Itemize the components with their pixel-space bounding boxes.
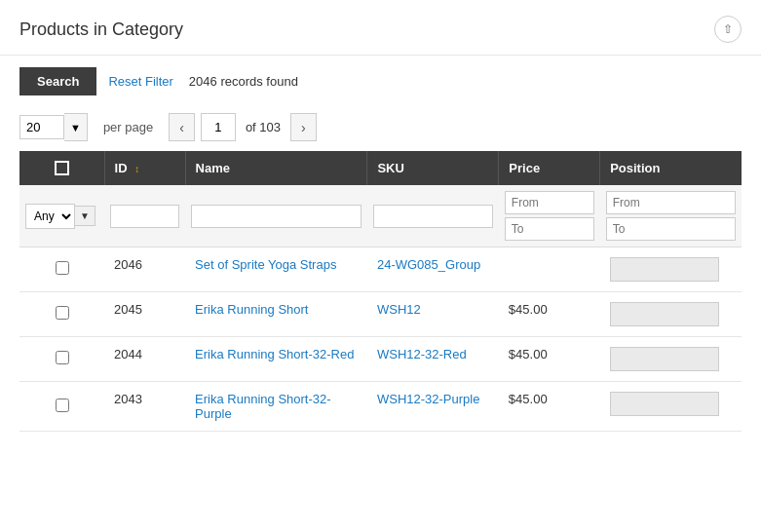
- prev-page-button[interactable]: ‹: [169, 113, 195, 141]
- per-page-wrap: ▼: [19, 113, 88, 141]
- row-checkbox-1[interactable]: [56, 306, 69, 320]
- row-sku-link-2[interactable]: WSH12-32-Red: [377, 347, 467, 361]
- filter-sku-input[interactable]: [373, 205, 493, 228]
- page-title: Products in Category: [19, 19, 183, 40]
- filter-price-to-input[interactable]: [505, 217, 594, 241]
- row-id-2: 2044: [104, 337, 185, 382]
- row-sku-0: 24-WG085_Group: [367, 247, 499, 292]
- per-page-dropdown-button[interactable]: ▼: [64, 113, 88, 141]
- table-row: 2044 Erika Running Short-32-Red WSH12-32…: [19, 337, 742, 382]
- row-sku-link-0[interactable]: 24-WG085_Group: [377, 257, 480, 272]
- filter-position-from-input[interactable]: [606, 191, 736, 214]
- page-header: Products in Category ⇧: [0, 0, 761, 56]
- row-id-3: 2043: [104, 382, 185, 432]
- table-row: 2046 Set of Sprite Yoga Straps 24-WG085_…: [19, 247, 742, 292]
- row-price-1: $45.00: [499, 292, 600, 337]
- current-page-input[interactable]: [201, 113, 236, 141]
- row-name-0: Set of Sprite Yoga Straps: [185, 247, 367, 292]
- row-checkbox-3[interactable]: [56, 399, 69, 412]
- filter-cell-check: Any ▼: [19, 185, 104, 247]
- per-page-input[interactable]: [19, 115, 64, 139]
- row-check-cell-2: [19, 337, 104, 382]
- row-position-cell-3: [600, 382, 742, 432]
- filter-name-input[interactable]: [191, 205, 361, 228]
- row-position-cell-2: [600, 337, 742, 382]
- filter-cell-sku: [367, 185, 499, 247]
- filter-cell-position: [600, 185, 742, 247]
- row-name-link-1[interactable]: Erika Running Short: [195, 302, 308, 317]
- row-check-cell-3: [19, 382, 104, 432]
- row-name-link-2[interactable]: Erika Running Short-32-Red: [195, 347, 354, 361]
- table-row: 2043 Erika Running Short-32-Purple WSH12…: [19, 382, 742, 432]
- col-header-check: [19, 151, 104, 185]
- col-header-id[interactable]: ID ↕: [104, 151, 185, 185]
- row-sku-link-3[interactable]: WSH12-32-Purple: [377, 392, 480, 406]
- select-all-checkbox[interactable]: [55, 161, 69, 175]
- col-header-position: Position: [600, 151, 742, 185]
- table-row: 2045 Erika Running Short WSH12 $45.00: [19, 292, 742, 337]
- row-name-2: Erika Running Short-32-Red: [185, 337, 367, 382]
- row-id-1: 2045: [104, 292, 185, 337]
- row-name-link-3[interactable]: Erika Running Short-32-Purple: [195, 392, 330, 421]
- filter-id-input[interactable]: [110, 205, 179, 228]
- row-checkbox-0[interactable]: [56, 261, 69, 275]
- toolbar: Search Reset Filter 2046 records found: [0, 56, 761, 107]
- records-found-label: 2046 records found: [189, 74, 298, 89]
- reset-filter-button[interactable]: Reset Filter: [108, 74, 172, 89]
- next-page-button[interactable]: ›: [290, 113, 317, 141]
- products-table-container: ID ↕ Name SKU Price Position Any ▼: [0, 151, 761, 432]
- filter-any-select[interactable]: Any: [25, 204, 75, 229]
- sort-icon: ↕: [134, 164, 139, 174]
- row-id-0: 2046: [104, 247, 185, 292]
- row-price-0: [499, 247, 600, 292]
- products-table: ID ↕ Name SKU Price Position Any ▼: [19, 151, 742, 432]
- filter-cell-name: [185, 185, 367, 247]
- row-sku-link-1[interactable]: WSH12: [377, 302, 421, 317]
- row-position-input-2[interactable]: [610, 347, 720, 371]
- row-price-2: $45.00: [499, 337, 600, 382]
- row-price-3: $45.00: [499, 382, 600, 432]
- col-header-price: Price: [499, 151, 600, 185]
- filter-price-from-input[interactable]: [505, 191, 594, 214]
- row-checkbox-2[interactable]: [56, 351, 69, 364]
- filter-cell-price: [499, 185, 600, 247]
- row-sku-1: WSH12: [367, 292, 499, 337]
- row-position-input-3[interactable]: [610, 392, 720, 416]
- row-position-input-1[interactable]: [610, 302, 720, 326]
- row-sku-2: WSH12-32-Red: [367, 337, 499, 382]
- row-sku-3: WSH12-32-Purple: [367, 382, 499, 432]
- row-position-input-0[interactable]: [610, 257, 720, 282]
- row-check-cell-1: [19, 292, 104, 337]
- filter-row: Any ▼: [19, 185, 742, 247]
- filter-position-to-input[interactable]: [606, 217, 736, 241]
- row-name-1: Erika Running Short: [185, 292, 367, 337]
- per-page-label: per page: [103, 120, 153, 134]
- row-position-cell-1: [600, 292, 742, 337]
- col-header-name: Name: [185, 151, 367, 185]
- row-position-cell-0: [600, 247, 742, 292]
- search-button[interactable]: Search: [19, 67, 96, 95]
- table-header-row: ID ↕ Name SKU Price Position: [19, 151, 742, 185]
- filter-cell-id: [104, 185, 185, 247]
- row-check-cell-0: [19, 247, 104, 292]
- collapse-button[interactable]: ⇧: [714, 16, 742, 43]
- total-pages-label: of 103: [246, 120, 281, 134]
- row-name-link-0[interactable]: Set of Sprite Yoga Straps: [195, 257, 336, 272]
- filter-select-arrow: ▼: [75, 206, 95, 226]
- pagination-row: ▼ per page ‹ of 103 ›: [0, 107, 761, 151]
- row-name-3: Erika Running Short-32-Purple: [185, 382, 367, 432]
- col-header-sku: SKU: [367, 151, 499, 185]
